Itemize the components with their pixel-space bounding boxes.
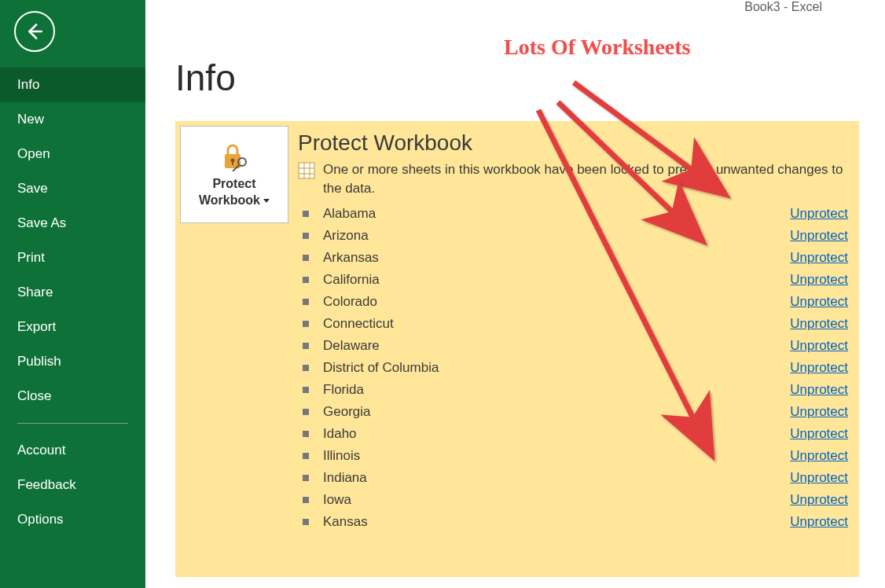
unprotect-link[interactable]: Unprotect	[790, 206, 848, 222]
sheet-row: KansasUnprotect	[298, 511, 851, 533]
panel-description: One or more sheets in this workbook have…	[323, 160, 851, 198]
unprotect-link[interactable]: Unprotect	[790, 250, 848, 266]
unprotect-link[interactable]: Unprotect	[790, 426, 848, 442]
nav-item-print[interactable]: Print	[0, 241, 145, 275]
bullet-icon	[303, 233, 309, 239]
sheet-row: CaliforniaUnprotect	[298, 269, 851, 291]
bullet-icon	[303, 453, 309, 459]
sheet-name: Florida	[323, 382, 790, 398]
sheet-name: Kansas	[323, 514, 790, 530]
sheet-row: ArkansasUnprotect	[298, 247, 851, 269]
sheet-row: ColoradoUnprotect	[298, 291, 851, 313]
unprotect-link[interactable]: Unprotect	[790, 294, 848, 310]
page-title: Info	[175, 57, 885, 99]
unprotect-link[interactable]: Unprotect	[790, 272, 848, 288]
bullet-icon	[303, 277, 309, 283]
nav-item-feedback[interactable]: Feedback	[0, 468, 145, 502]
unprotect-link[interactable]: Unprotect	[790, 492, 848, 508]
bullet-icon	[303, 497, 309, 503]
bullet-icon	[303, 321, 309, 327]
bullet-icon	[303, 409, 309, 415]
window-title: Book3 - Excel	[744, 0, 822, 14]
sheet-row: DelawareUnprotect	[298, 335, 851, 357]
sheet-row: AlabamaUnprotect	[298, 203, 851, 225]
back-arrow-icon	[24, 21, 45, 42]
sheet-name: Arizona	[323, 228, 790, 244]
sheet-name: Georgia	[323, 404, 790, 420]
sheet-name: Connecticut	[323, 316, 790, 332]
unprotect-link[interactable]: Unprotect	[790, 470, 848, 486]
sheet-row: IndianaUnprotect	[298, 467, 851, 489]
sheet-row: IllinoisUnprotect	[298, 445, 851, 467]
bullet-icon	[303, 365, 309, 371]
sheet-row: District of ColumbiaUnprotect	[298, 357, 851, 379]
bullet-icon	[303, 255, 309, 261]
sheet-name: Iowa	[323, 492, 790, 508]
protect-workbook-button[interactable]: Protect Workbook	[180, 126, 288, 223]
lock-key-icon	[217, 140, 252, 171]
bullet-icon	[303, 343, 309, 349]
main-content: Book3 - Excel Info Protect Workbook Prot…	[145, 0, 885, 588]
unprotect-link[interactable]: Unprotect	[790, 228, 848, 244]
nav-item-new[interactable]: New	[0, 102, 145, 137]
nav-item-save[interactable]: Save	[0, 171, 145, 206]
sheet-row: GeorgiaUnprotect	[298, 401, 851, 423]
protect-button-line1: Protect	[212, 177, 255, 190]
sheet-row: IowaUnprotect	[298, 489, 851, 511]
back-button[interactable]	[14, 11, 55, 52]
bullet-icon	[303, 299, 309, 305]
worksheet-icon	[298, 162, 315, 179]
unprotect-link[interactable]: Unprotect	[790, 404, 848, 420]
nav-item-close[interactable]: Close	[0, 379, 145, 413]
sheet-row: ArizonaUnprotect	[298, 225, 851, 247]
nav-item-export[interactable]: Export	[0, 310, 145, 344]
nav-item-open[interactable]: Open	[0, 137, 145, 171]
sheet-row: IdahoUnprotect	[298, 423, 851, 445]
unprotect-link[interactable]: Unprotect	[790, 338, 848, 354]
unprotect-link[interactable]: Unprotect	[790, 316, 848, 332]
bullet-icon	[303, 475, 309, 481]
nav-item-save-as[interactable]: Save As	[0, 206, 145, 241]
sidebar-separator	[17, 423, 128, 424]
svg-rect-6	[299, 163, 314, 178]
bullet-icon	[303, 387, 309, 393]
sheet-name: California	[323, 272, 790, 288]
nav-item-share[interactable]: Share	[0, 275, 145, 310]
unprotect-link[interactable]: Unprotect	[790, 448, 848, 464]
sheet-name: Illinois	[323, 448, 790, 464]
nav-item-options[interactable]: Options	[0, 502, 145, 537]
sheet-name: Delaware	[323, 338, 790, 354]
unprotect-link[interactable]: Unprotect	[790, 360, 848, 376]
sheet-list: AlabamaUnprotectArizonaUnprotectArkansas…	[298, 203, 851, 533]
backstage-sidebar: InfoNewOpenSaveSave AsPrintShareExportPu…	[0, 0, 145, 588]
nav-item-info[interactable]: Info	[0, 68, 145, 102]
nav-item-account[interactable]: Account	[0, 433, 145, 468]
bullet-icon	[303, 519, 309, 525]
sheet-name: Idaho	[323, 426, 790, 442]
sheet-row: FloridaUnprotect	[298, 379, 851, 401]
nav-item-publish[interactable]: Publish	[0, 344, 145, 379]
protect-button-line2: Workbook	[199, 193, 260, 207]
dropdown-caret-icon	[263, 199, 270, 203]
svg-rect-3	[232, 161, 233, 165]
panel-heading: Protect Workbook	[298, 130, 851, 156]
sheet-name: Alabama	[323, 206, 790, 222]
sheet-name: Arkansas	[323, 250, 790, 266]
unprotect-link[interactable]: Unprotect	[790, 382, 848, 398]
sheet-name: District of Columbia	[323, 360, 790, 376]
protect-workbook-panel: Protect Workbook Protect Workbook One or…	[175, 121, 859, 577]
bullet-icon	[303, 431, 309, 437]
bullet-icon	[303, 211, 309, 217]
panel-body: Protect Workbook One or more sheets in t…	[288, 121, 859, 577]
sheet-row: ConnecticutUnprotect	[298, 313, 851, 335]
sheet-name: Colorado	[323, 294, 790, 310]
unprotect-link[interactable]: Unprotect	[790, 514, 848, 530]
sheet-name: Indiana	[323, 470, 790, 486]
